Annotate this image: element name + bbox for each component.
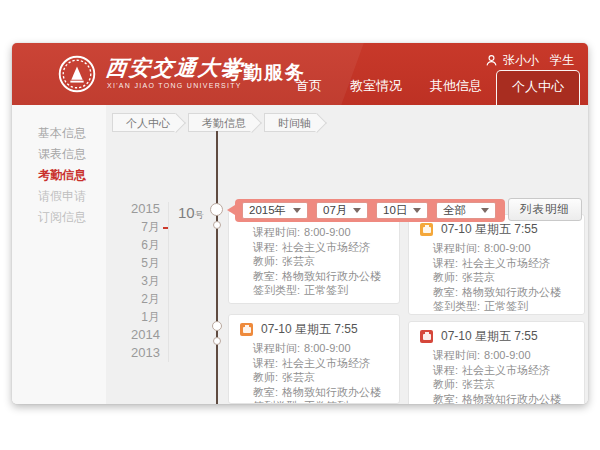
- sidebar: 基本信息 课表信息 考勤信息 请假申请 订阅信息: [12, 105, 106, 404]
- course-time-row: 课程时间:8:00-9:00: [253, 225, 399, 240]
- card-date-title: 07-10 星期五 7:55: [441, 328, 538, 345]
- content-area: 基本信息 课表信息 考勤信息 请假申请 订阅信息 个人中心 考勤信息 时间轴 2…: [12, 105, 588, 404]
- teacher-row: 教师:张芸京: [433, 270, 584, 285]
- timeline-nav-jul[interactable]: 7月: [107, 218, 160, 236]
- teacher-row: 教师:张芸京: [253, 370, 399, 385]
- course-time-row: 课程时间:8:00-9:00: [433, 348, 584, 363]
- room-row: 教室:格物致知行政办公楼: [433, 392, 584, 405]
- attendance-card: 07-10 星期五 7:55 课程时间:8:00-9:00 课程:社会主义市场经…: [408, 214, 585, 315]
- timeline-axis: [216, 131, 218, 404]
- app-window: 西安交通大学 XI'AN JIAO TONG UNIVERSITY 考勤服务 张…: [12, 43, 588, 404]
- timeline-nav-2014[interactable]: 2014: [107, 326, 160, 344]
- list-detail-button[interactable]: 列表明细: [508, 198, 582, 221]
- teacher-row: 教师:张芸京: [433, 377, 584, 392]
- nav-other-info[interactable]: 其他信息: [416, 77, 496, 105]
- user-info[interactable]: 张小小 学生: [485, 52, 574, 69]
- teacher-row: 教师:张芸京: [253, 254, 399, 269]
- card-header: 07-10 星期五 7:55: [409, 328, 584, 345]
- timeline-node: [210, 203, 223, 216]
- course-time-row: 课程时间:8:00-9:00: [433, 241, 584, 256]
- course-row: 课程:社会主义市场经济: [253, 240, 399, 255]
- user-role: 学生: [550, 52, 574, 69]
- breadcrumb: 个人中心 考勤信息 时间轴: [112, 113, 329, 132]
- day-select[interactable]: 10日: [376, 202, 428, 219]
- user-name: 张小小: [503, 52, 539, 69]
- timeline-nav-mar[interactable]: 3月: [107, 272, 160, 290]
- room-row: 教室:格物致知行政办公楼: [253, 269, 399, 284]
- nav-classrooms[interactable]: 教室情况: [336, 77, 416, 105]
- course-time-row: 课程时间:8:00-9:00: [253, 341, 399, 356]
- chevron-down-icon: [481, 208, 489, 213]
- timeline-nav-feb[interactable]: 2月: [107, 290, 160, 308]
- room-row: 教室:格物致知行政办公楼: [433, 285, 584, 300]
- timeline-nav-jan[interactable]: 1月: [107, 308, 160, 326]
- filter-bubble: 2015年 07月 10日 全部: [235, 199, 505, 222]
- sidebar-item-basic-info[interactable]: 基本信息: [12, 121, 106, 142]
- university-logo-icon: [58, 55, 96, 93]
- course-row: 课程:社会主义市场经济: [433, 256, 584, 271]
- attendance-card: 课程时间:8:00-9:00 课程:社会主义市场经济 教师:张芸京 教室:格物致…: [228, 210, 400, 304]
- course-row: 课程:社会主义市场经济: [253, 356, 399, 371]
- card-header: 07-10 星期五 7:55: [229, 321, 399, 338]
- timeline-year-month-nav: 2015 7月 6月 5月 3月 2月 1月 2014 2013: [107, 200, 160, 362]
- month-select[interactable]: 07月: [316, 202, 368, 219]
- chevron-down-icon: [353, 208, 361, 213]
- divider: [168, 202, 169, 362]
- chevron-down-icon: [293, 208, 301, 213]
- breadcrumb-timeline[interactable]: 时间轴: [264, 113, 317, 132]
- year-select[interactable]: 2015年: [242, 202, 308, 219]
- sidebar-item-leave-request[interactable]: 请假申请: [12, 184, 106, 205]
- course-row: 课程:社会主义市场经济: [433, 363, 584, 378]
- timeline-node: [212, 321, 222, 331]
- timeline-node: [213, 337, 221, 345]
- timeline-nav-2015[interactable]: 2015: [107, 200, 160, 218]
- attendance-status-icon: [420, 223, 433, 236]
- checkin-type-row: 签到类型:正常签到: [253, 283, 399, 298]
- chevron-down-icon: [413, 208, 421, 213]
- card-header: 07-10 星期五 7:55: [409, 221, 584, 238]
- nav-personal-center[interactable]: 个人中心: [496, 70, 580, 105]
- sidebar-item-attendance-info[interactable]: 考勤信息: [12, 163, 106, 184]
- breadcrumb-personal-center[interactable]: 个人中心: [112, 113, 176, 132]
- nav-home[interactable]: 首页: [282, 77, 336, 105]
- app-header: 西安交通大学 XI'AN JIAO TONG UNIVERSITY 考勤服务 张…: [12, 43, 588, 105]
- top-nav: 首页 教室情况 其他信息 个人中心: [282, 70, 580, 105]
- sidebar-item-subscription-info[interactable]: 订阅信息: [12, 205, 106, 226]
- attendance-card: 07-10 星期五 7:55 课程时间:8:00-9:00 课程:社会主义市场经…: [228, 314, 400, 404]
- user-icon: [485, 54, 498, 67]
- sidebar-item-schedule-info[interactable]: 课表信息: [12, 142, 106, 163]
- timeline-nav-may[interactable]: 5月: [107, 254, 160, 272]
- card-date-title: 07-10 星期五 7:55: [441, 221, 538, 238]
- room-row: 教室:格物致知行政办公楼: [253, 385, 399, 400]
- attendance-status-icon: [420, 330, 433, 343]
- attendance-card: 07-10 星期五 7:55 课程时间:8:00-9:00 课程:社会主义市场经…: [408, 321, 585, 404]
- type-select[interactable]: 全部: [436, 202, 496, 219]
- checkin-type-row: 签到类型:正常签到: [433, 299, 584, 314]
- day-label-10: 10号: [178, 204, 204, 222]
- breadcrumb-attendance-info[interactable]: 考勤信息: [188, 113, 252, 132]
- timeline-nav-jun[interactable]: 6月: [107, 236, 160, 254]
- timeline-nav-2013[interactable]: 2013: [107, 344, 160, 362]
- attendance-status-icon: [240, 323, 253, 336]
- card-date-title: 07-10 星期五 7:55: [261, 321, 358, 338]
- checkin-type-row: 签到类型:正常签到: [253, 399, 399, 404]
- timeline-node: [213, 221, 221, 229]
